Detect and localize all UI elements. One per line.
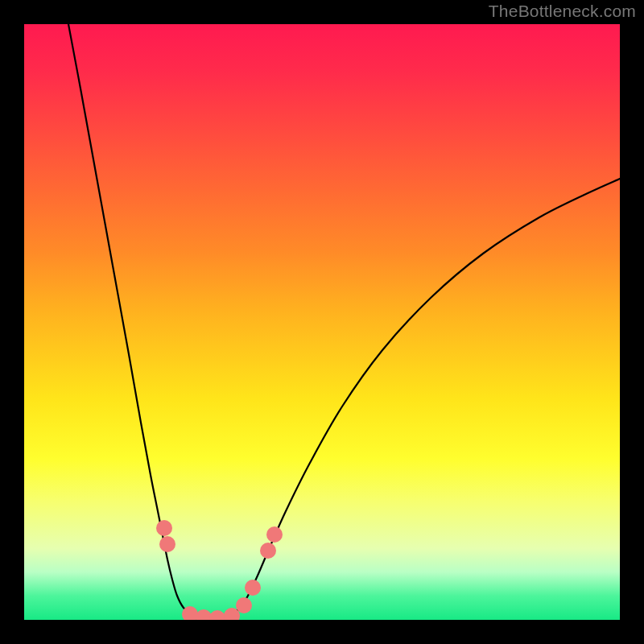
curve-curve-right bbox=[217, 179, 620, 618]
curve-curve-left bbox=[68, 24, 217, 618]
plot-area bbox=[24, 24, 620, 620]
bead-marker bbox=[266, 526, 283, 543]
bead-marker bbox=[245, 580, 261, 596]
bead-marker bbox=[182, 606, 198, 620]
bead-marker bbox=[209, 610, 225, 620]
bead-marker bbox=[224, 608, 240, 620]
watermark-text: TheBottleneck.com bbox=[489, 2, 636, 21]
chart-frame: TheBottleneck.com bbox=[0, 0, 644, 644]
bead-marker bbox=[260, 543, 276, 559]
bead-marker bbox=[159, 536, 175, 552]
bead-marker bbox=[156, 520, 172, 536]
bead-marker bbox=[196, 609, 212, 620]
bead-marker bbox=[236, 597, 252, 613]
curve-svg bbox=[24, 24, 620, 620]
